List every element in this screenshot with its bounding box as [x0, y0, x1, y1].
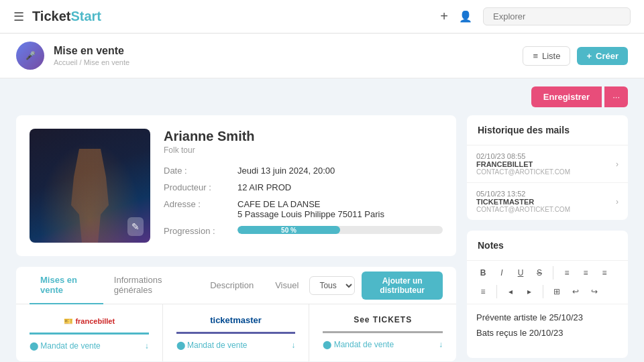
toolbar-italic[interactable]: I: [494, 265, 510, 281]
sub-header: 🎤 Mise en vente Accueil / Mise en vente …: [0, 34, 644, 78]
seetickets-logo: See TICKETS: [354, 315, 412, 324]
hamburger-icon[interactable]: ☰: [13, 9, 24, 24]
ticketmaster-download-icon[interactable]: ↓: [291, 341, 295, 350]
sub-header-left: 🎤 Mise en vente Accueil / Mise en vente: [16, 42, 129, 70]
notes-content[interactable]: Prévente artiste le 25/10/23 Bats reçus …: [467, 304, 628, 358]
breadcrumb-home: Accueil: [54, 58, 77, 66]
ticketmaster-logo: ticketmaster: [210, 315, 262, 325]
ticketmaster-mandat-label: ⬤ Mandat de vente: [176, 341, 248, 350]
right-panel: Historique des mails 02/10/23 08:55 FRAN…: [467, 115, 628, 362]
producer-row: Producteur : 12 AIR PROD: [164, 182, 443, 192]
ticketmaster-action[interactable]: ⬤ Mandat de vente ↓: [176, 341, 296, 350]
create-button[interactable]: + Créer: [577, 47, 628, 65]
francebillet-mandant-label: ⬤ Mandat de vente: [30, 341, 101, 351]
francebillet-bar: [30, 333, 149, 335]
seetickets-bar: [323, 331, 443, 333]
tab-visuel[interactable]: Visuel: [264, 272, 309, 300]
toolbar-table[interactable]: ⊞: [549, 284, 565, 300]
toolbar-sep-3: [543, 285, 543, 298]
mail-meta-1: 05/10/23 13:52 TICKETMASTER CONTACT@AROT…: [476, 190, 570, 213]
notes-card: Notes B I U S ≡ ≡ ≡ ≡ ◂ ▸ ⊞ ↩: [467, 231, 628, 358]
brand-logo: TicketStart: [32, 9, 101, 24]
plus-icon[interactable]: +: [440, 9, 448, 24]
date-value: Jeudi 13 juin 2024, 20:00: [237, 166, 335, 176]
mail-history-title: Historique des mails: [467, 115, 628, 145]
toolbar-sep-1: [553, 266, 553, 280]
tab-mises-en-vente[interactable]: Mises en vente: [30, 267, 103, 304]
header-left: ☰ TicketStart: [13, 9, 101, 24]
save-button[interactable]: Enregistrer: [531, 86, 602, 107]
page-wrapper: 🎤 Mise en vente Accueil / Mise en vente …: [0, 34, 644, 362]
seetickets-download-icon[interactable]: ↓: [439, 340, 443, 349]
breadcrumb-current: Mise en vente: [84, 58, 129, 66]
edit-icon[interactable]: ✎: [127, 217, 144, 236]
distributor-ticketmaster: ticketmaster ⬤ Mandat de vente ↓: [163, 304, 310, 361]
action-bar: Enregistrer ···: [0, 78, 644, 115]
producer-label: Producteur :: [164, 182, 237, 192]
event-image: ✎: [30, 129, 150, 243]
progress-label: Progression :: [164, 226, 237, 236]
notes-title: Notes: [467, 231, 628, 260]
header: ☰ TicketStart + 👤: [0, 0, 644, 34]
note-line-1: Bats reçus le 20/10/23: [476, 328, 619, 338]
toolbar-align-right[interactable]: ≡: [596, 265, 612, 281]
mail-item-1[interactable]: 05/10/23 13:52 TICKETMASTER CONTACT@AROT…: [467, 183, 628, 220]
distributor-seetickets: See TICKETS ⬤ Mandat de vente ↓: [309, 304, 456, 361]
brand-start: Start: [70, 9, 101, 23]
event-subtitle: Folk tour: [164, 145, 443, 155]
address-line2: 5 Passage Louis Philippe 75011 Paris: [237, 209, 384, 219]
avatar: 🎤: [16, 42, 44, 70]
chevron-icon-0: ›: [616, 160, 619, 169]
mail-meta-0: 02/10/23 08:55 FRANCEBILLET CONTACT@AROT…: [476, 152, 570, 176]
toolbar-undo[interactable]: ↩: [568, 284, 584, 300]
search-input[interactable]: [483, 7, 631, 25]
notes-toolbar: B I U S ≡ ≡ ≡ ≡ ◂ ▸ ⊞ ↩ ↪: [467, 260, 628, 304]
toolbar-sep-2: [496, 285, 497, 298]
tab-filter: Tous Ajouter un distributeur: [309, 272, 443, 300]
list-button[interactable]: ≡ Liste: [523, 46, 570, 66]
progress-bar: 50 %: [237, 226, 443, 234]
page-title: Mise en vente: [54, 45, 129, 57]
create-label: Créer: [596, 51, 619, 61]
mail-date-1: 05/10/23 13:52: [476, 190, 570, 198]
francebillet-download-icon[interactable]: ↓: [145, 341, 149, 351]
toolbar-indent-less[interactable]: ◂: [502, 284, 519, 300]
producer-value: 12 AIR PROD: [237, 182, 291, 192]
date-row: Date : Jeudi 13 juin 2024, 20:00: [164, 166, 443, 176]
address-line1: CAFE DE LA DANSE: [237, 199, 384, 209]
toolbar-align-left[interactable]: ≡: [559, 265, 575, 281]
distributor-francebillet: 🎫 francebillet ⬤ Mandat de vente ↓: [16, 304, 163, 361]
toolbar-align-center[interactable]: ≡: [578, 265, 594, 281]
list-icon: ≡: [533, 51, 538, 61]
main-content: ✎ Arianne Smith Folk tour Date : Jeudi 1…: [0, 115, 644, 362]
toolbar-indent-more[interactable]: ▸: [521, 284, 537, 300]
header-icons: + 👤: [440, 7, 631, 25]
tab-description[interactable]: Description: [199, 272, 264, 300]
ticketmaster-bar: [176, 332, 296, 334]
more-button[interactable]: ···: [604, 86, 628, 107]
seetickets-action[interactable]: ⬤ Mandat de vente ↓: [323, 340, 443, 349]
mail-history-card: Historique des mails 02/10/23 08:55 FRAN…: [467, 115, 628, 220]
mail-item-0[interactable]: 02/10/23 08:55 FRANCEBILLET CONTACT@AROT…: [467, 145, 628, 183]
progress-container: 50 %: [237, 226, 443, 234]
user-icon[interactable]: 👤: [459, 10, 472, 23]
toolbar-redo[interactable]: ↪: [586, 284, 602, 300]
filter-select[interactable]: Tous: [309, 276, 355, 295]
mail-sender-1: TICKETMASTER: [476, 198, 570, 206]
mail-date-0: 02/10/23 08:55: [476, 152, 570, 160]
toolbar-strikethrough[interactable]: S: [531, 265, 547, 281]
toolbar-justify[interactable]: ≡: [475, 284, 491, 300]
breadcrumb: Accueil / Mise en vente: [54, 58, 129, 66]
toolbar-bold[interactable]: B: [475, 265, 491, 281]
toolbar-underline[interactable]: U: [513, 265, 529, 281]
date-label: Date :: [164, 166, 237, 176]
brand-ticket: Ticket: [32, 9, 70, 23]
distributors-grid: 🎫 francebillet ⬤ Mandat de vente ↓ ticke…: [16, 304, 456, 361]
event-name: Arianne Smith: [164, 129, 443, 144]
tab-informations[interactable]: Informations générales: [103, 267, 199, 304]
add-distributor-button[interactable]: Ajouter un distributeur: [362, 272, 443, 300]
francebillet-action[interactable]: ⬤ Mandat de vente ↓: [30, 341, 149, 351]
mail-email-0: CONTACT@AROTICKET.COM: [476, 168, 570, 176]
left-panel: ✎ Arianne Smith Folk tour Date : Jeudi 1…: [16, 115, 456, 362]
sub-header-right: ≡ Liste + Créer: [523, 46, 628, 66]
